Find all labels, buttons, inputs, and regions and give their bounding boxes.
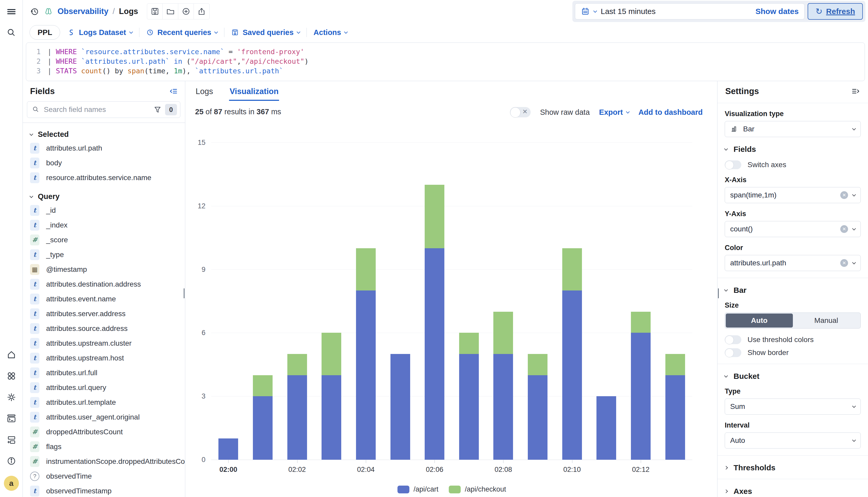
field-item[interactable]: #droppedAttributesCount: [27, 424, 180, 439]
field-item[interactable]: tresource.attributes.service.name: [27, 170, 180, 185]
field-item[interactable]: tobservedTimestamp: [27, 484, 180, 497]
settings-section-fields[interactable]: Fields: [725, 145, 861, 154]
field-item[interactable]: ▦@timestamp: [27, 262, 180, 277]
time-range-value[interactable]: Last 15 minutes: [601, 7, 751, 16]
field-item[interactable]: #flags: [27, 439, 180, 454]
save-icon[interactable]: [147, 4, 163, 19]
field-item[interactable]: tattributes.upstream.host: [27, 351, 180, 365]
size-auto-button[interactable]: Auto: [726, 314, 793, 328]
bar-segment-checkout: [425, 185, 444, 248]
field-item[interactable]: tattributes.upstream.cluster: [27, 336, 180, 351]
field-item[interactable]: tattributes.url.template: [27, 395, 180, 410]
gear-icon[interactable]: [5, 391, 18, 404]
field-item[interactable]: #instrumentationScope.droppedAttributesC…: [27, 454, 180, 469]
menu-hamburger-icon[interactable]: [5, 5, 18, 18]
viz-type-select[interactable]: Bar: [725, 121, 861, 137]
field-item[interactable]: tattributes.event.name: [27, 292, 180, 306]
bucket-type-select[interactable]: Sum: [725, 399, 861, 415]
new-plus-circle-icon[interactable]: [178, 4, 194, 19]
size-segmented-control: Auto Manual: [725, 313, 861, 329]
use-threshold-colors-toggle[interactable]: [725, 335, 741, 344]
field-item[interactable]: #_score: [27, 232, 180, 247]
show-border-toggle[interactable]: [725, 348, 741, 357]
time-range-picker[interactable]: Last 15 minutes Show dates: [575, 3, 805, 19]
field-item[interactable]: tattributes.source.address: [27, 321, 180, 336]
main-area: Logs Visualization 25 of 87 results in 3…: [185, 81, 717, 497]
code-token: 'frontend-proxy': [237, 48, 304, 56]
apps-grid-icon[interactable]: [5, 370, 18, 382]
clear-icon[interactable]: ✕: [840, 225, 848, 233]
settings-section-thresholds[interactable]: Thresholds: [725, 463, 861, 472]
chevron-down-icon[interactable]: [593, 9, 597, 13]
show-dates-button[interactable]: Show dates: [756, 7, 799, 16]
legend-item[interactable]: /api/cart: [397, 485, 438, 493]
field-search-input[interactable]: [43, 105, 153, 114]
show-border-label: Show border: [748, 349, 789, 357]
field-item[interactable]: t_id: [27, 203, 180, 218]
field-item[interactable]: tattributes.url.query: [27, 380, 180, 395]
settings-section-bucket[interactable]: Bucket: [725, 372, 861, 381]
actions-menu[interactable]: Actions: [314, 28, 347, 37]
field-item[interactable]: tbody: [27, 155, 180, 170]
tab-visualization[interactable]: Visualization: [229, 85, 279, 101]
breadcrumb-section-link[interactable]: Observability: [58, 7, 108, 16]
field-item[interactable]: tattributes.server.address: [27, 306, 180, 321]
legend-item[interactable]: /api/checkout: [449, 485, 506, 493]
add-panel-icon[interactable]: [5, 433, 18, 446]
legend-swatch: [449, 486, 461, 493]
export-menu[interactable]: Export: [599, 108, 629, 117]
home-icon[interactable]: [5, 348, 18, 361]
recent-queries-menu[interactable]: Recent queries: [146, 28, 218, 37]
field-item[interactable]: tattributes.url.path: [27, 141, 180, 155]
switch-axes-toggle[interactable]: [725, 160, 741, 169]
info-icon[interactable]: [5, 455, 18, 467]
settings-section-axes[interactable]: Axes: [725, 487, 861, 496]
x-axis-select[interactable]: span(time,1m) ✕: [725, 187, 861, 203]
open-folder-icon[interactable]: [163, 4, 178, 19]
field-item[interactable]: tattributes.destination.address: [27, 277, 180, 292]
collapse-panel-icon[interactable]: [169, 87, 178, 96]
tab-logs[interactable]: Logs: [195, 85, 214, 101]
x-axis-tick: [435, 460, 435, 463]
settings-section-bar[interactable]: Bar: [725, 286, 861, 295]
query-language-button[interactable]: PPL: [30, 25, 60, 40]
search-icon[interactable]: [5, 26, 18, 39]
field-item[interactable]: tattributes.user_agent.original: [27, 410, 180, 424]
history-clock-icon[interactable]: [30, 6, 39, 16]
collapse-panel-icon[interactable]: [851, 87, 860, 96]
dev-tools-icon[interactable]: [5, 412, 18, 425]
fields-panel-header: Fields: [27, 86, 180, 96]
bucket-interval-select[interactable]: Auto: [725, 432, 861, 449]
field-group-header[interactable]: Query: [30, 192, 180, 201]
query-editor[interactable]: 1| WHERE `resource.attributes.service.na…: [26, 42, 865, 81]
clear-icon[interactable]: ✕: [840, 259, 848, 267]
code-token: `attributes.url.path`: [81, 57, 169, 65]
field-item[interactable]: ?observedTime: [27, 469, 180, 484]
field-type-badge: t: [30, 249, 39, 260]
refresh-button[interactable]: ↻ Refresh: [808, 3, 863, 20]
panel-resize-handle[interactable]: [717, 288, 719, 298]
fields-panel: Fields 0 Selectedtattributes.u: [23, 81, 185, 497]
show-raw-data-toggle[interactable]: ✕: [510, 107, 531, 117]
field-item[interactable]: t_type: [27, 247, 180, 262]
color-select[interactable]: attributes.url.path ✕: [725, 255, 861, 271]
user-avatar[interactable]: a: [4, 476, 19, 491]
add-to-dashboard-button[interactable]: Add to dashboard: [638, 108, 703, 117]
dataset-selector[interactable]: Logs Dataset: [67, 28, 132, 37]
calendar-icon[interactable]: [581, 7, 590, 16]
share-icon[interactable]: [194, 4, 209, 19]
field-item[interactable]: tattributes.url.full: [27, 365, 180, 380]
bucket-type-label: Type: [725, 387, 861, 395]
field-item[interactable]: t_index: [27, 218, 180, 232]
field-name: attributes.url.full: [46, 369, 97, 377]
filter-funnel-icon[interactable]: [153, 105, 162, 114]
x-axis-label: 02:06: [426, 466, 443, 474]
y-axis-label: 3: [191, 392, 205, 400]
bar-segment-checkout: [287, 354, 307, 375]
clear-icon[interactable]: ✕: [840, 191, 848, 199]
y-axis-select[interactable]: count() ✕: [725, 221, 861, 237]
size-manual-button[interactable]: Manual: [793, 314, 860, 328]
saved-queries-menu[interactable]: Saved queries: [231, 28, 300, 37]
field-name: attributes.server.address: [46, 310, 126, 318]
field-group-header[interactable]: Selected: [30, 130, 180, 139]
